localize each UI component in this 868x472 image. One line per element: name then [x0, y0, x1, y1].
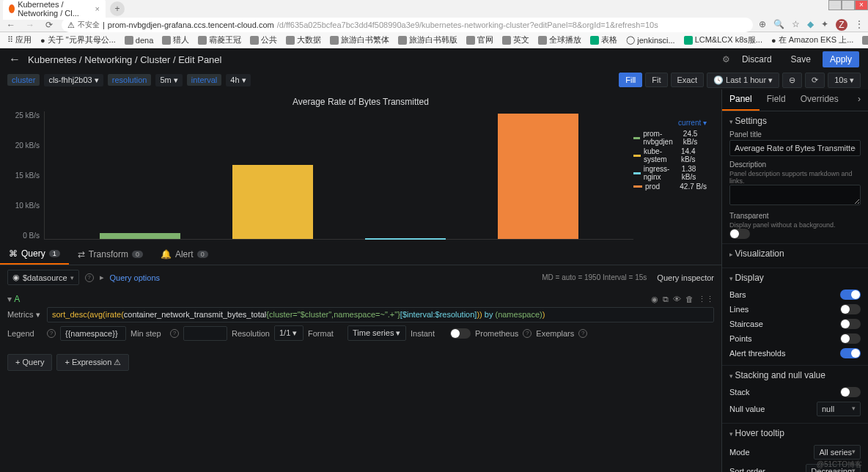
reload-icon[interactable]: ⟳: [43, 20, 56, 30]
panel-title-input[interactable]: [729, 140, 861, 156]
trash-icon[interactable]: 🗑: [685, 295, 694, 304]
menu-icon[interactable]: ⋮: [855, 19, 864, 31]
discard-button[interactable]: Discard: [735, 51, 779, 67]
hover-tooltip-section[interactable]: Hover tooltip: [729, 428, 861, 438]
star-icon[interactable]: ☆: [792, 19, 800, 31]
ext-icon[interactable]: ◆: [807, 19, 814, 31]
close-window-icon[interactable]: ×: [855, 0, 868, 10]
legend-input[interactable]: [60, 326, 126, 341]
bookmark-item[interactable]: dena: [125, 36, 153, 45]
bookmark-item[interactable]: 公共: [250, 34, 277, 45]
tab-query[interactable]: ⌘Query1: [0, 243, 69, 265]
fit-button[interactable]: Fit: [645, 73, 667, 87]
minstep-input[interactable]: [183, 326, 227, 341]
query-inspector-button[interactable]: Query inspector: [657, 273, 714, 282]
bookmark-item[interactable]: 旅游白书韩版: [398, 34, 457, 45]
cluster-select[interactable]: cls-fhhj2b03 ▾: [44, 74, 103, 86]
exact-button[interactable]: Exact: [671, 73, 705, 87]
query-name[interactable]: A: [14, 294, 20, 304]
staircase-toggle[interactable]: [840, 319, 861, 329]
interval-select[interactable]: 4h ▾: [226, 74, 250, 86]
apps-icon[interactable]: ⠿ 应用: [7, 34, 32, 45]
translate-icon[interactable]: ⊕: [759, 19, 766, 31]
puzzle-icon[interactable]: ✦: [821, 19, 828, 31]
address-bar[interactable]: ⚠ 不安全 | prom-nvbgdjen-grafana.ccs.tencen…: [62, 18, 753, 32]
zoom-out-icon[interactable]: ⊖: [782, 73, 802, 88]
resolution-select[interactable]: 5m ▾: [155, 74, 182, 86]
fill-button[interactable]: Fill: [619, 73, 642, 87]
close-icon[interactable]: ×: [95, 4, 100, 13]
bookmark-item[interactable]: 旅游白书繁体: [330, 34, 389, 45]
apply-button[interactable]: Apply: [823, 51, 859, 67]
bar-kube-system[interactable]: [232, 165, 313, 239]
tab-transform[interactable]: ⇄Transform0: [69, 243, 152, 265]
save-button[interactable]: Save: [784, 51, 818, 67]
browser-tab[interactable]: Kubernetes / Networking / Cl... ×: [3, 0, 106, 20]
tab-field[interactable]: Field: [760, 89, 793, 111]
legend-header[interactable]: current ▾: [633, 119, 707, 127]
back-arrow-icon[interactable]: ←: [9, 53, 21, 66]
help-icon[interactable]: ?: [170, 329, 179, 338]
null-value-select[interactable]: null▾: [817, 402, 861, 416]
expand-icon[interactable]: ›: [850, 89, 868, 111]
help-icon[interactable]: ?: [47, 329, 56, 338]
description-input[interactable]: [729, 185, 861, 205]
zoom-icon[interactable]: 🔍: [773, 19, 784, 31]
bookmark-item[interactable]: 表格: [590, 34, 617, 45]
forward-icon[interactable]: →: [23, 20, 37, 30]
lines-toggle[interactable]: [840, 304, 861, 314]
chart-plot[interactable]: [44, 111, 633, 240]
stacking-section[interactable]: Stacking and null value: [729, 370, 861, 380]
instant-toggle[interactable]: [450, 328, 471, 339]
mode-select[interactable]: All series▾: [814, 445, 861, 460]
legend-item[interactable]: ingress-nginx1.38 kB/s: [633, 165, 707, 181]
format-select[interactable]: Time series ▾: [347, 325, 406, 341]
help-icon[interactable]: ?: [578, 329, 587, 338]
bar-prod[interactable]: [498, 114, 578, 239]
help-icon[interactable]: ?: [85, 273, 94, 282]
gear-icon[interactable]: ⚙: [722, 54, 730, 64]
transparent-toggle[interactable]: [729, 229, 750, 239]
add-expression-button[interactable]: + Expression ⚠: [56, 354, 129, 371]
legend-item[interactable]: prod42.7 B/s: [633, 182, 707, 191]
disable-icon[interactable]: ◉: [651, 295, 658, 304]
bookmark-item[interactable]: 全球播放: [538, 34, 581, 45]
bar-prom[interactable]: [100, 233, 180, 239]
duplicate-icon[interactable]: ⧉: [663, 295, 669, 304]
settings-section[interactable]: Settings: [729, 116, 861, 126]
query-options-link[interactable]: Query options: [110, 273, 160, 282]
back-icon[interactable]: ←: [4, 20, 18, 30]
bookmark-item[interactable]: ◯ jenkinsci...: [626, 35, 674, 45]
alert-thresholds-toggle[interactable]: [840, 348, 861, 358]
minimize-icon[interactable]: —: [828, 0, 842, 10]
bookmark-item[interactable]: Welcome - Beats...: [862, 36, 868, 45]
display-section[interactable]: Display: [729, 273, 861, 283]
bookmark-item[interactable]: 官网: [466, 34, 493, 45]
legend-item[interactable]: prom-nvbgdjen24.5 kB/s: [633, 130, 707, 146]
resolution-select[interactable]: 1/1 ▾: [274, 325, 304, 341]
bookmark-item[interactable]: 大数据: [286, 34, 321, 45]
bar-ingress[interactable]: [365, 238, 446, 240]
tab-overrides[interactable]: Overrides: [793, 89, 846, 111]
bookmark-item[interactable]: 英文: [502, 34, 529, 45]
stack-toggle[interactable]: [840, 387, 861, 397]
metrics-label[interactable]: Metrics ▾: [7, 310, 43, 320]
bookmark-item[interactable]: LCM&LCX k8s服...: [684, 34, 762, 45]
new-tab-button[interactable]: +: [110, 1, 125, 16]
metrics-input[interactable]: sort_desc(avg(irate(container_network_tr…: [47, 307, 714, 322]
tab-alert[interactable]: 🔔Alert0: [152, 243, 217, 265]
eye-icon[interactable]: 👁: [673, 295, 681, 304]
bookmark-item[interactable]: 猎人: [162, 34, 189, 45]
refresh-icon[interactable]: ⟳: [805, 73, 825, 88]
visualization-section[interactable]: Visualization: [729, 248, 861, 259]
bookmark-item[interactable]: ● 在 Amazon EKS 上...: [771, 34, 853, 45]
drag-icon[interactable]: ⋮⋮: [698, 295, 714, 304]
refresh-interval-select[interactable]: 10s ▾: [828, 73, 861, 88]
points-toggle[interactable]: [840, 333, 861, 344]
time-range-picker[interactable]: 🕓 Last 1 hour ▾: [707, 73, 779, 88]
bookmark-item[interactable]: ● 关于 "元界其母公...: [40, 34, 116, 45]
bookmark-item[interactable]: 霸菱王冠: [198, 34, 241, 45]
restore-icon[interactable]: ❐: [842, 0, 855, 10]
add-query-button[interactable]: + Query: [7, 354, 52, 371]
tab-panel[interactable]: Panel: [722, 89, 760, 111]
